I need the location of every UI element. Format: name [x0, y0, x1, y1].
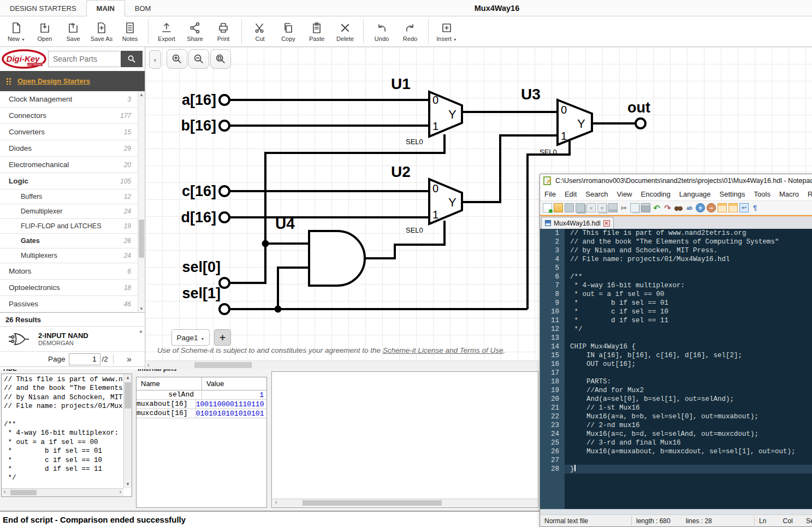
cut-button[interactable]: Cut: [246, 18, 274, 45]
code-line[interactable]: 5: [540, 264, 812, 273]
menu-item[interactable]: Tools: [750, 190, 775, 198]
scroll-down-icon[interactable]: ▼: [124, 481, 132, 488]
code-line[interactable]: 3 // by Nisan and Schocken, MIT Press.: [540, 246, 812, 255]
code-line[interactable]: 15 IN a[16], b[16], c[16], d[16], sel[2]…: [540, 351, 812, 360]
pin-row[interactable]: selAnd 1: [137, 390, 266, 400]
scroll-up-icon[interactable]: ▲: [124, 374, 132, 382]
print-button[interactable]: Print: [209, 18, 238, 45]
print-icon[interactable]: [608, 203, 618, 212]
menu-item[interactable]: Encoding: [637, 190, 675, 198]
code-editor[interactable]: 1 // This file is part of www.nand2tetri…: [540, 229, 812, 509]
replace-icon[interactable]: [685, 203, 694, 212]
category-row[interactable]: Connectors 177: [0, 108, 138, 124]
zoom-in-button[interactable]: [167, 49, 187, 69]
page-number-input[interactable]: [69, 353, 100, 365]
category-row[interactable]: Clock Management 3: [0, 91, 138, 108]
delete-button[interactable]: Delete: [331, 18, 359, 45]
open-button[interactable]: Open: [31, 18, 59, 45]
code-line[interactable]: 17: [540, 369, 812, 377]
search-input[interactable]: [48, 51, 120, 67]
code-line[interactable]: 11 * d if sel == 11: [540, 316, 812, 325]
scrollbar-thumb[interactable]: [303, 500, 442, 506]
editor-h-scrollbar[interactable]: [540, 509, 812, 514]
menu-item[interactable]: Settings: [715, 190, 750, 198]
port-b[interactable]: [220, 121, 229, 131]
open-design-starters-link[interactable]: Open Design Starters: [17, 77, 90, 85]
scrollbar-thumb[interactable]: [10, 490, 37, 495]
result-item-nand[interactable]: 2-INPUT NAND DEMORGAN ▲: [0, 327, 145, 352]
category-row[interactable]: Logic 105: [0, 173, 138, 190]
redo-button[interactable]: Redo: [396, 18, 424, 45]
notepad-window[interactable]: C:\Users\rromanov003\Documents\nand2tetr…: [540, 174, 812, 527]
code-line[interactable]: 19 //And for Mux2: [540, 386, 812, 395]
save-as-button[interactable]: Save As: [87, 18, 116, 45]
tab-design-starters[interactable]: DESIGN STARTERS: [0, 1, 86, 16]
code-line[interactable]: 16 OUT out[16];: [540, 360, 812, 369]
cut-icon[interactable]: [619, 203, 629, 212]
category-row[interactable]: Motors 6: [0, 263, 138, 280]
tab-bom[interactable]: BOM: [125, 1, 161, 16]
code-line[interactable]: 20 And(a=sel[0], b=sel[1], out=selAnd);: [540, 395, 812, 404]
code-line[interactable]: 26 Mux16(a=muxabout, b=muxcdout, sel=sel…: [540, 447, 812, 456]
zoom-fit-button[interactable]: [210, 49, 231, 69]
output-h-scrollbar[interactable]: ‹: [272, 499, 537, 507]
code-line[interactable]: 22 Mux16(a=a, b=b, sel=sel[0], out=muxab…: [540, 412, 812, 421]
output-panel[interactable]: ‹: [271, 371, 538, 508]
menu-item[interactable]: Language: [675, 190, 715, 198]
category-row[interactable]: Gates 26: [0, 234, 138, 248]
notepad-title-bar[interactable]: C:\Users\rromanov003\Documents\nand2tetr…: [540, 174, 812, 187]
scroll-left-icon[interactable]: ‹: [147, 362, 150, 368]
paste-button[interactable]: Paste: [303, 18, 331, 45]
share-button[interactable]: Share: [181, 18, 209, 45]
notes-button[interactable]: Notes: [116, 18, 144, 45]
page-tab[interactable]: Page1 ▼: [171, 329, 210, 346]
file-tab[interactable]: Mux4Way16.hdl ✕: [541, 217, 614, 229]
undo-icon[interactable]: [652, 203, 661, 212]
port-a[interactable]: [220, 95, 229, 105]
license-link[interactable]: Scheme-it License and Terms of Use: [383, 346, 503, 354]
redo-icon[interactable]: [663, 203, 672, 212]
insert-button[interactable]: Insert ▼: [432, 18, 461, 45]
zoom-out-button[interactable]: [188, 49, 209, 69]
close-all-icon[interactable]: [597, 203, 607, 212]
category-row[interactable]: Passives 46: [0, 296, 138, 312]
menu-item[interactable]: View: [613, 190, 637, 198]
menu-item[interactable]: Run: [803, 190, 812, 198]
find-icon[interactable]: [674, 203, 683, 212]
scroll-right-icon[interactable]: ›: [120, 489, 121, 495]
scroll-down-icon[interactable]: ▼: [138, 305, 145, 312]
menu-item[interactable]: Edit: [560, 190, 581, 198]
show-symbols-icon[interactable]: [750, 203, 760, 212]
scrollbar-thumb[interactable]: [194, 362, 252, 368]
code-line[interactable]: 13: [540, 334, 812, 342]
category-row[interactable]: Multiplexers 24: [0, 248, 138, 263]
save-button[interactable]: Save: [59, 18, 87, 45]
code-line[interactable]: 1 // This file is part of www.nand2tetri…: [540, 229, 812, 238]
close-tab-icon[interactable]: ✕: [603, 220, 610, 227]
new-button[interactable]: New ▼: [2, 18, 31, 45]
category-row[interactable]: Optoelectronics 18: [0, 280, 138, 296]
menu-item[interactable]: File: [540, 190, 560, 198]
open-folder-icon[interactable]: [554, 203, 563, 212]
code-line[interactable]: 21 // 1-st Mux16: [540, 404, 812, 412]
category-row[interactable]: FLIP-FLOP and LATCHES 19: [0, 219, 138, 234]
code-line[interactable]: 4 // File name: projects/01/Mux4Way16.hd…: [540, 255, 812, 264]
copy-button[interactable]: Copy: [274, 18, 303, 45]
code-line[interactable]: 8 * out = a if sel == 00: [540, 290, 812, 299]
scrollbar-thumb[interactable]: [139, 220, 144, 258]
internal-pins-panel[interactable]: Name Value selAnd 1 muxabout[16] 1001100…: [136, 377, 267, 508]
code-line[interactable]: 10 * c if sel == 10: [540, 307, 812, 316]
zoom-out-icon[interactable]: [707, 203, 716, 212]
zoom-in-icon[interactable]: [696, 203, 705, 212]
scroll-left-icon[interactable]: ‹: [275, 499, 277, 505]
copy-icon[interactable]: [630, 203, 639, 212]
scroll-up-icon[interactable]: ▲: [139, 329, 143, 334]
save-icon[interactable]: [565, 203, 574, 212]
code-line[interactable]: 23 // 2-nd mux16: [540, 421, 812, 430]
category-row[interactable]: Demultiplexer 24: [0, 204, 138, 219]
category-row[interactable]: Electromechanical 20: [0, 157, 138, 173]
code-line[interactable]: 7 * 4-way 16-bit multiplexor:: [540, 281, 812, 290]
search-button[interactable]: [121, 51, 143, 67]
port-c[interactable]: [220, 186, 229, 196]
category-row[interactable]: Diodes 29: [0, 140, 138, 157]
